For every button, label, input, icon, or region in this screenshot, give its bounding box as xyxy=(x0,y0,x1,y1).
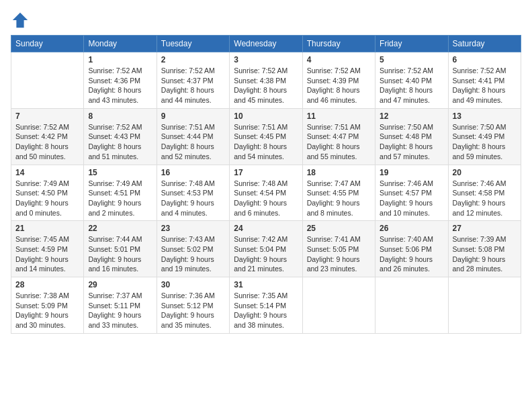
day-info: Sunrise: 7:48 AMSunset: 4:54 PMDaylight:… xyxy=(234,179,298,218)
day-number: 26 xyxy=(380,224,443,233)
calendar-cell: 21Sunrise: 7:45 AMSunset: 4:59 PMDayligh… xyxy=(11,221,84,277)
day-info: Sunrise: 7:45 AMSunset: 4:59 PMDaylight:… xyxy=(15,234,79,274)
day-number: 18 xyxy=(307,168,371,177)
day-info: Sunrise: 7:51 AMSunset: 4:45 PMDaylight:… xyxy=(234,122,298,162)
day-number: 24 xyxy=(234,224,298,233)
calendar-table: SundayMondayTuesdayWednesdayThursdayFrid… xyxy=(11,35,521,334)
calendar-cell: 25Sunrise: 7:41 AMSunset: 5:05 PMDayligh… xyxy=(302,221,375,277)
day-number: 5 xyxy=(380,55,443,64)
day-info: Sunrise: 7:52 AMSunset: 4:38 PMDaylight:… xyxy=(234,66,298,105)
day-number: 11 xyxy=(307,111,371,121)
calendar-week-row: 28Sunrise: 7:38 AMSunset: 5:09 PMDayligh… xyxy=(11,277,521,334)
calendar-cell: 22Sunrise: 7:44 AMSunset: 5:01 PMDayligh… xyxy=(84,221,157,277)
calendar-cell: 30Sunrise: 7:36 AMSunset: 5:12 PMDayligh… xyxy=(157,277,229,334)
calendar-cell: 16Sunrise: 7:48 AMSunset: 4:53 PMDayligh… xyxy=(157,165,229,221)
calendar-body: 1Sunrise: 7:52 AMSunset: 4:36 PMDaylight… xyxy=(11,52,521,334)
day-number: 23 xyxy=(161,224,225,233)
calendar-week-row: 7Sunrise: 7:52 AMSunset: 4:42 PMDaylight… xyxy=(11,108,521,165)
day-number: 28 xyxy=(15,280,79,289)
day-info: Sunrise: 7:51 AMSunset: 4:47 PMDaylight:… xyxy=(307,122,371,162)
calendar-cell: 4Sunrise: 7:52 AMSunset: 4:39 PMDaylight… xyxy=(302,52,375,109)
page-header xyxy=(11,11,521,30)
calendar-cell: 31Sunrise: 7:35 AMSunset: 5:14 PMDayligh… xyxy=(230,277,302,334)
day-info: Sunrise: 7:52 AMSunset: 4:39 PMDaylight:… xyxy=(307,66,371,105)
calendar-cell xyxy=(448,277,521,334)
day-info: Sunrise: 7:46 AMSunset: 4:57 PMDaylight:… xyxy=(380,179,443,218)
calendar-cell: 17Sunrise: 7:48 AMSunset: 4:54 PMDayligh… xyxy=(230,165,302,221)
calendar-cell: 20Sunrise: 7:46 AMSunset: 4:58 PMDayligh… xyxy=(448,165,521,221)
day-number: 19 xyxy=(380,168,443,177)
day-info: Sunrise: 7:37 AMSunset: 5:11 PMDaylight:… xyxy=(88,291,152,330)
calendar-cell: 10Sunrise: 7:51 AMSunset: 4:45 PMDayligh… xyxy=(230,108,302,165)
day-info: Sunrise: 7:52 AMSunset: 4:43 PMDaylight:… xyxy=(88,122,152,162)
day-number: 20 xyxy=(453,168,517,177)
day-info: Sunrise: 7:52 AMSunset: 4:37 PMDaylight:… xyxy=(161,66,225,105)
calendar-cell xyxy=(375,277,448,334)
day-info: Sunrise: 7:52 AMSunset: 4:42 PMDaylight:… xyxy=(15,122,79,162)
calendar-cell: 13Sunrise: 7:50 AMSunset: 4:49 PMDayligh… xyxy=(448,108,521,165)
day-number: 1 xyxy=(88,55,152,64)
calendar-cell: 15Sunrise: 7:49 AMSunset: 4:51 PMDayligh… xyxy=(84,165,157,221)
day-info: Sunrise: 7:38 AMSunset: 5:09 PMDaylight:… xyxy=(15,291,79,330)
calendar-cell: 3Sunrise: 7:52 AMSunset: 4:38 PMDaylight… xyxy=(230,52,302,109)
day-info: Sunrise: 7:43 AMSunset: 5:02 PMDaylight:… xyxy=(161,234,225,274)
calendar-week-row: 1Sunrise: 7:52 AMSunset: 4:36 PMDaylight… xyxy=(11,52,521,109)
day-info: Sunrise: 7:52 AMSunset: 4:41 PMDaylight:… xyxy=(453,66,517,105)
day-number: 4 xyxy=(307,55,371,64)
day-number: 21 xyxy=(15,224,79,233)
calendar-cell: 9Sunrise: 7:51 AMSunset: 4:44 PMDaylight… xyxy=(157,108,229,165)
svg-marker-0 xyxy=(13,13,28,28)
day-number: 3 xyxy=(234,55,298,64)
day-number: 8 xyxy=(88,111,152,121)
day-info: Sunrise: 7:52 AMSunset: 4:36 PMDaylight:… xyxy=(88,66,152,105)
calendar-week-row: 21Sunrise: 7:45 AMSunset: 4:59 PMDayligh… xyxy=(11,221,521,277)
calendar-cell: 28Sunrise: 7:38 AMSunset: 5:09 PMDayligh… xyxy=(11,277,84,334)
day-info: Sunrise: 7:35 AMSunset: 5:14 PMDaylight:… xyxy=(234,291,298,330)
calendar-cell xyxy=(302,277,375,334)
calendar-cell: 24Sunrise: 7:42 AMSunset: 5:04 PMDayligh… xyxy=(230,221,302,277)
day-number: 16 xyxy=(161,168,225,177)
calendar-week-row: 14Sunrise: 7:49 AMSunset: 4:50 PMDayligh… xyxy=(11,165,521,221)
day-info: Sunrise: 7:36 AMSunset: 5:12 PMDaylight:… xyxy=(161,291,225,330)
calendar-cell: 14Sunrise: 7:49 AMSunset: 4:50 PMDayligh… xyxy=(11,165,84,221)
day-info: Sunrise: 7:41 AMSunset: 5:05 PMDaylight:… xyxy=(307,234,371,274)
day-info: Sunrise: 7:50 AMSunset: 4:49 PMDaylight:… xyxy=(453,122,517,162)
day-number: 30 xyxy=(161,280,225,289)
calendar-cell xyxy=(11,52,84,109)
day-number: 25 xyxy=(307,224,371,233)
day-number: 6 xyxy=(453,55,517,64)
calendar-cell: 27Sunrise: 7:39 AMSunset: 5:08 PMDayligh… xyxy=(448,221,521,277)
calendar-cell: 2Sunrise: 7:52 AMSunset: 4:37 PMDaylight… xyxy=(157,52,229,109)
calendar-cell: 7Sunrise: 7:52 AMSunset: 4:42 PMDaylight… xyxy=(11,108,84,165)
day-info: Sunrise: 7:44 AMSunset: 5:01 PMDaylight:… xyxy=(88,234,152,274)
day-number: 12 xyxy=(380,111,443,121)
weekday-header: Monday xyxy=(84,36,157,52)
calendar-cell: 26Sunrise: 7:40 AMSunset: 5:06 PMDayligh… xyxy=(375,221,448,277)
logo-icon xyxy=(11,11,30,30)
day-number: 2 xyxy=(161,55,225,64)
day-info: Sunrise: 7:49 AMSunset: 4:51 PMDaylight:… xyxy=(88,179,152,218)
weekday-header: Friday xyxy=(375,36,448,52)
day-info: Sunrise: 7:46 AMSunset: 4:58 PMDaylight:… xyxy=(453,179,517,218)
day-info: Sunrise: 7:40 AMSunset: 5:06 PMDaylight:… xyxy=(380,234,443,274)
weekday-header: Wednesday xyxy=(230,36,302,52)
day-info: Sunrise: 7:50 AMSunset: 4:48 PMDaylight:… xyxy=(380,122,443,162)
day-number: 13 xyxy=(453,111,517,121)
day-number: 14 xyxy=(15,168,79,177)
day-number: 29 xyxy=(88,280,152,289)
weekday-header: Thursday xyxy=(302,36,375,52)
calendar-cell: 8Sunrise: 7:52 AMSunset: 4:43 PMDaylight… xyxy=(84,108,157,165)
weekday-header-row: SundayMondayTuesdayWednesdayThursdayFrid… xyxy=(11,36,521,52)
calendar-cell: 19Sunrise: 7:46 AMSunset: 4:57 PMDayligh… xyxy=(375,165,448,221)
day-number: 31 xyxy=(234,280,298,289)
logo xyxy=(11,11,32,30)
weekday-header: Saturday xyxy=(448,36,521,52)
day-number: 17 xyxy=(234,168,298,177)
calendar-cell: 12Sunrise: 7:50 AMSunset: 4:48 PMDayligh… xyxy=(375,108,448,165)
calendar-cell: 1Sunrise: 7:52 AMSunset: 4:36 PMDaylight… xyxy=(84,52,157,109)
calendar-cell: 29Sunrise: 7:37 AMSunset: 5:11 PMDayligh… xyxy=(84,277,157,334)
day-number: 27 xyxy=(453,224,517,233)
weekday-header: Tuesday xyxy=(157,36,229,52)
day-info: Sunrise: 7:49 AMSunset: 4:50 PMDaylight:… xyxy=(15,179,79,218)
day-info: Sunrise: 7:51 AMSunset: 4:44 PMDaylight:… xyxy=(161,122,225,162)
